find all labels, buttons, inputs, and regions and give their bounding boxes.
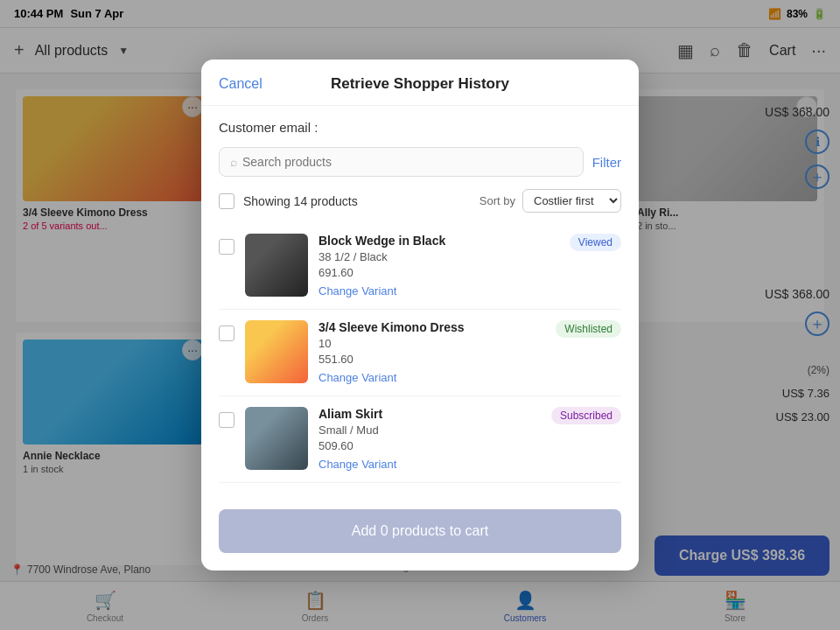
products-summary-row: Showing 14 products Sort by Costlier fir… <box>219 189 621 213</box>
item-image-2 <box>245 320 308 383</box>
item-checkbox-1[interactable] <box>219 239 234 255</box>
modal-product-list: Block Wedge in Black 38 1/2 / Black 691.… <box>219 223 621 483</box>
item-name-3: Aliam Skirt <box>318 407 541 421</box>
summary-left: Showing 14 products <box>219 193 358 209</box>
add-to-cart-button[interactable]: Add 0 products to cart <box>219 509 621 553</box>
list-item: Block Wedge in Black 38 1/2 / Black 691.… <box>219 223 621 310</box>
item-image-1 <box>245 234 308 297</box>
sort-by-label: Sort by <box>480 194 515 207</box>
item-name-1: Block Wedge in Black <box>318 234 559 248</box>
modal-dialog: Cancel Retrieve Shopper History Customer… <box>201 60 639 570</box>
item-badge-2: Wishlisted <box>556 320 621 338</box>
modal-header: Cancel Retrieve Shopper History <box>201 60 639 106</box>
search-row: ⌕ Filter <box>219 147 621 177</box>
item-image-3 <box>245 407 308 470</box>
item-name-2: 3/4 Sleeve Kimono Dress <box>318 320 545 334</box>
showing-products-text: Showing 14 products <box>243 194 358 208</box>
item-variant-3: Small / Mud <box>318 424 541 437</box>
select-all-checkbox[interactable] <box>219 193 234 209</box>
search-input-wrap[interactable]: ⌕ <box>219 147 584 177</box>
item-price-2: 551.60 <box>318 353 545 366</box>
item-badge-1: Viewed <box>570 234 621 251</box>
search-icon: ⌕ <box>230 155 237 169</box>
modal-body: Customer email : ⌕ Filter Showing 14 pro… <box>201 106 639 497</box>
item-variant-2: 10 <box>318 337 545 350</box>
item-variant-1: 38 1/2 / Black <box>318 250 559 263</box>
change-variant-link-1[interactable]: Change Variant <box>318 284 396 298</box>
list-item: 3/4 Sleeve Kimono Dress 10 551.60 Change… <box>219 310 621 396</box>
modal-cancel-button[interactable]: Cancel <box>219 76 262 92</box>
customer-email-label: Customer email : <box>219 120 621 135</box>
item-checkbox-2[interactable] <box>219 326 234 341</box>
modal-overlay: Cancel Retrieve Shopper History Customer… <box>0 0 840 630</box>
modal-title: Retrieve Shopper History <box>331 75 509 93</box>
item-checkbox-3[interactable] <box>219 412 234 428</box>
sort-row: Sort by Costlier first Cheaper first New… <box>480 189 621 213</box>
item-info-1: Block Wedge in Black 38 1/2 / Black 691.… <box>318 234 559 298</box>
item-price-3: 509.60 <box>318 439 541 452</box>
search-input[interactable] <box>242 155 572 169</box>
item-price-1: 691.60 <box>318 266 559 279</box>
change-variant-link-3[interactable]: Change Variant <box>318 458 396 471</box>
app-background: 10:44 PM Sun 7 Apr 📶 83% 🔋 + All product… <box>0 0 840 630</box>
sort-select[interactable]: Costlier first Cheaper first Newest firs… <box>522 189 621 213</box>
filter-button[interactable]: Filter <box>592 155 621 170</box>
list-item: Aliam Skirt Small / Mud 509.60 Change Va… <box>219 396 621 483</box>
item-info-2: 3/4 Sleeve Kimono Dress 10 551.60 Change… <box>318 320 545 385</box>
item-info-3: Aliam Skirt Small / Mud 509.60 Change Va… <box>318 407 541 472</box>
item-badge-3: Subscribed <box>551 407 621 424</box>
change-variant-link-2[interactable]: Change Variant <box>318 371 396 384</box>
